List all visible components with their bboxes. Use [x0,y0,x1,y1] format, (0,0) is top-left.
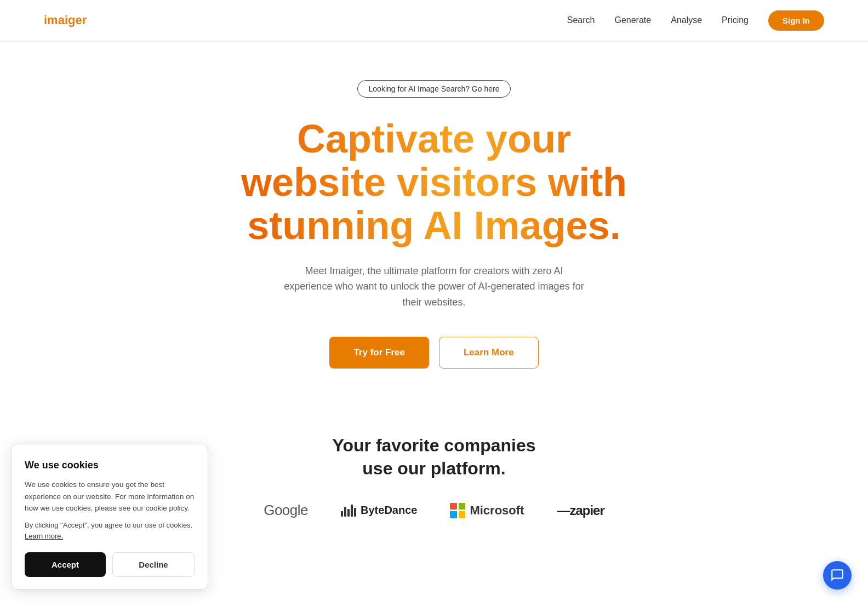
learn-more-button[interactable]: Learn More [439,337,539,369]
zapier-logo: —zapier [557,503,604,518]
nav-analyse[interactable]: Analyse [671,15,702,25]
nav-links: Search Generate Analyse Pricing Sign In [567,10,824,31]
bytedance-icon [341,505,356,517]
signin-button[interactable]: Sign In [768,10,824,31]
bytedance-logo: ByteDance [341,504,417,517]
google-logo: Google [264,502,308,519]
cookie-banner: We use cookies We use cookies to ensure … [11,444,208,541]
nav-search[interactable]: Search [567,15,595,25]
try-for-free-button[interactable]: Try for Free [329,337,429,369]
hero-section: Looking for AI Image Search? Go here Cap… [215,42,653,401]
hero-buttons: Try for Free Learn More [329,337,538,369]
cookie-learn-more-link[interactable]: Learn more. [25,532,63,540]
hero-title: Captivate your website visitors with stu… [226,117,642,248]
microsoft-logo: Microsoft [450,503,524,518]
cookie-title: We use cookies [25,460,195,471]
navbar: imaiger Search Generate Analyse Pricing … [0,0,868,41]
cookie-body: We use cookies to ensure you get the bes… [25,479,195,514]
nav-pricing[interactable]: Pricing [722,15,749,25]
brand-logo[interactable]: imaiger [44,13,87,27]
nav-generate[interactable]: Generate [614,15,651,25]
hero-badge[interactable]: Looking for AI Image Search? Go here [357,80,511,98]
cookie-consent: By clicking "Accept", you agree to our u… [25,520,195,541]
microsoft-icon [450,503,465,518]
hero-subtitle: Meet Imaiger, the ultimate platform for … [281,263,587,310]
